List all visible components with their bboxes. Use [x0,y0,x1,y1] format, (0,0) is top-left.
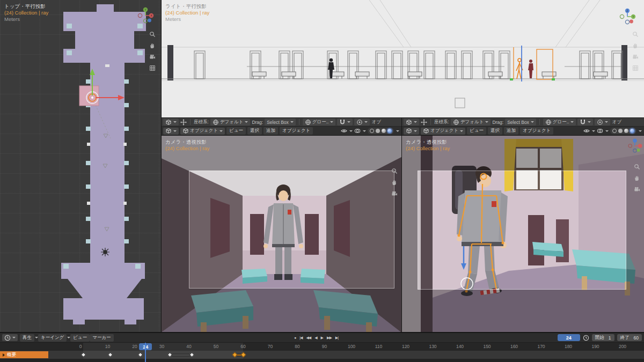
menu-view[interactable]: ビュー [226,127,246,135]
shading-wireframe-icon[interactable] [612,129,617,133]
shading-material-icon[interactable] [382,129,386,133]
pan-hand-icon[interactable] [632,42,639,49]
menu-select[interactable]: 選択 [247,127,262,135]
zoom-icon[interactable] [149,31,156,38]
ruler-tick: 150 [483,344,491,349]
camera-right-scene[interactable] [401,136,644,333]
proportional-edit-dropdown[interactable] [354,119,370,125]
ruler-tick: 170 [537,344,545,349]
keyframe-diamond[interactable] [108,352,113,358]
camera-left-scene[interactable] [161,136,401,333]
summary-channel[interactable]: 概要 [0,351,48,358]
jump-start-button[interactable]: |◀ [298,334,303,341]
shading-rendered-icon[interactable] [630,129,634,133]
blender-window: トップ・平行投影 (24) Collection | ray Meters Y … [0,0,644,362]
mode-dropdown[interactable]: オブジェクト [180,128,225,135]
menu-view[interactable]: ビュー [70,334,90,342]
menu-view[interactable]: ビュー [467,127,486,135]
playhead[interactable] [145,343,146,362]
shading-solid-icon[interactable] [376,129,380,133]
editor-type-button[interactable] [163,128,179,135]
visibility-icon[interactable] [341,128,347,134]
nav-gizmo[interactable]: Y X [136,6,155,27]
zoom-icon[interactable] [634,164,640,170]
shading-mode-group[interactable] [610,128,636,134]
pan-hand-icon[interactable] [149,42,156,49]
snap-dropdown[interactable] [577,119,593,125]
ortho-grid-icon[interactable] [149,65,156,71]
keyframe-diamond[interactable] [167,352,173,358]
menu-add[interactable]: 追加 [504,127,518,135]
orientation-dropdown[interactable]: デフォルト [451,119,491,125]
editor-type-button[interactable] [163,119,179,125]
frame-end-field[interactable]: 終了 60 [617,334,642,341]
camera-view-icon[interactable] [634,186,640,193]
camera-view-icon[interactable] [149,54,156,60]
pan-hand-icon[interactable] [391,179,398,186]
keyframe-diamond[interactable] [189,352,194,358]
keyframe-diamond[interactable] [232,352,238,358]
ortho-grid-icon[interactable] [632,65,639,71]
nav-gizmo[interactable] [627,138,643,156]
shading-mode-group[interactable] [368,128,394,134]
visibility-icon[interactable] [583,128,590,134]
next-keyframe-button[interactable]: ▶▶ [326,334,333,341]
zoom-icon[interactable] [632,31,639,38]
viewport-camera-left[interactable]: カメラ・透視投影 (24) Collection | ray [161,136,401,333]
editor-type-button[interactable] [404,119,419,125]
editor-3d-icon [406,119,412,125]
proportional-edit-dropdown[interactable] [595,119,610,125]
jump-end-button[interactable]: ▶| [334,334,339,341]
shading-solid-icon[interactable] [618,129,623,133]
shading-rendered-icon[interactable] [387,129,392,133]
orientation-dropdown[interactable]: デフォルト [210,119,251,125]
frame-ruler[interactable]: 24 0102030405060708090100110120130140150… [0,342,644,351]
camera-view-icon[interactable] [632,54,639,60]
shading-material-icon[interactable] [624,129,628,133]
camera-view-icon[interactable] [391,190,398,197]
editor-type-button[interactable] [2,334,18,341]
menu-add[interactable]: 追加 [264,127,278,135]
shading-wireframe-icon[interactable] [370,129,374,133]
timeline-header: 再生 キーイング ビュー マーカー ● |◀ ◀◀ ◀ ▶ ▶▶ ▶| 24 開… [0,333,644,342]
frame-start-field[interactable]: 開始 1 [592,334,614,341]
side-view-scene[interactable] [161,0,644,118]
menu-playback[interactable]: 再生 [20,334,34,342]
play-button[interactable]: ▶ [320,334,324,341]
drag-tool-dropdown[interactable]: Select Box [265,119,296,125]
drag-tool-dropdown[interactable]: Select Box [505,119,536,125]
play-reverse-button[interactable]: ◀ [313,334,318,341]
keyframe-hold-bar[interactable] [170,354,192,356]
move-tool-icon[interactable] [180,119,187,125]
zoom-icon[interactable] [391,168,398,174]
viewport-top-ortho[interactable]: トップ・平行投影 (24) Collection | ray Meters Y … [0,0,161,333]
viewport-right-ortho[interactable]: ライト・平行投影 (24) Collection | ray Meters Z … [161,0,644,118]
snap-dropdown[interactable] [337,119,353,125]
menu-object[interactable]: オブジェクト [520,127,553,135]
menu-select[interactable]: 選択 [488,127,502,135]
transform-orientation-dropdown[interactable]: グロー.. [543,119,576,125]
overlays-icon[interactable] [354,128,361,134]
keyframe-diamond[interactable] [240,352,246,358]
menu-marker[interactable]: マーカー [90,334,113,342]
overlays-icon[interactable] [597,128,603,134]
top-view-scene[interactable] [0,0,161,333]
viewport-camera-right[interactable]: カメラ・透視投影 (24) Collection | ray [401,136,644,333]
editor-type-button[interactable] [404,128,419,135]
dopesheet-summary[interactable]: 概要 [0,351,644,362]
expand-triangle-icon[interactable] [3,353,5,357]
menu-keying[interactable]: キーイング [38,334,67,342]
keyframe-diamond[interactable] [137,352,143,358]
current-frame-field[interactable]: 24 [558,334,580,341]
menu-object[interactable]: オブジェクト [280,127,313,135]
transform-orientation-dropdown[interactable]: グロー.. [303,119,336,125]
autokey-toggle[interactable]: ● [293,334,297,341]
nav-gizmo[interactable]: Z Y [618,8,636,28]
lamp-object[interactable] [101,248,109,256]
pan-hand-icon[interactable] [634,175,640,181]
mode-dropdown[interactable]: オブジェクト [421,128,465,135]
keyframe-diamond[interactable] [80,352,86,358]
keyframe-track[interactable] [0,351,644,359]
move-tool-icon[interactable] [421,119,427,125]
prev-keyframe-button[interactable]: ◀◀ [305,334,312,341]
